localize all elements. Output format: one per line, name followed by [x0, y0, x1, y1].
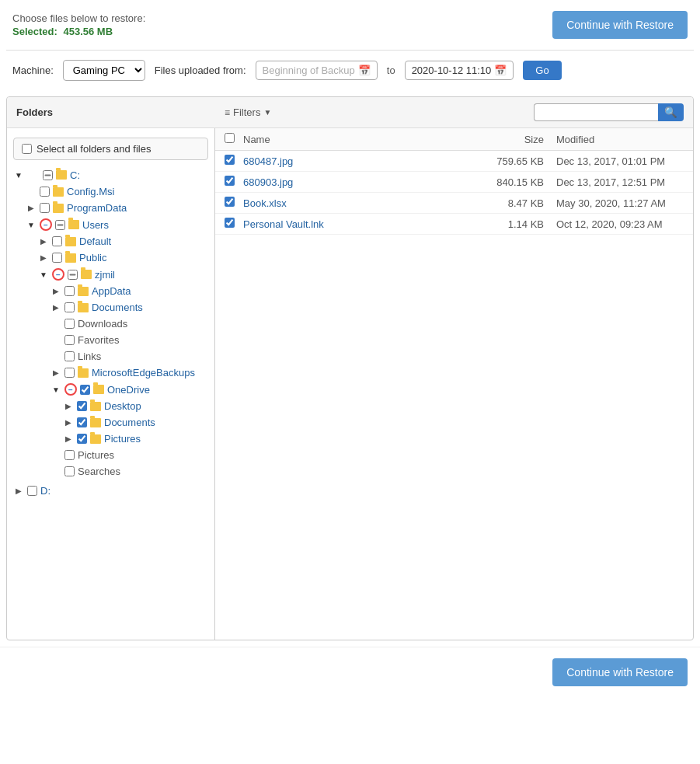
- expand-d[interactable]: ▶: [13, 486, 24, 497]
- file-check-2[interactable]: [225, 197, 235, 207]
- checkbox-default[interactable]: [52, 236, 62, 246]
- expand-onedrive[interactable]: ▼: [50, 384, 61, 395]
- select-all-checkbox[interactable]: [22, 144, 32, 154]
- label-appdata[interactable]: AppData: [92, 285, 131, 297]
- expand-documents[interactable]: ▶: [50, 302, 61, 313]
- checkbox-desktop[interactable]: [77, 401, 87, 411]
- tree-node-pictures-od[interactable]: ▶ Pictures: [60, 431, 211, 447]
- label-desktop[interactable]: Desktop: [104, 400, 141, 412]
- file-modified-1: Dec 13, 2017, 12:51 PM: [544, 176, 684, 188]
- checkbox-public[interactable]: [52, 253, 62, 263]
- tree-node-documents2[interactable]: ▶ Documents: [60, 414, 211, 431]
- expand-msedge[interactable]: ▶: [50, 368, 61, 379]
- label-msedge[interactable]: MicrosoftEdgeBackups: [92, 367, 195, 379]
- folder-icon-appdata: [78, 287, 89, 296]
- checkbox-appdata[interactable]: [64, 286, 75, 296]
- tree-node-appdata[interactable]: ▶ AppData: [47, 283, 211, 299]
- label-links[interactable]: Links: [78, 351, 101, 362]
- tree-node-public[interactable]: ▶ Public: [35, 249, 211, 266]
- date-to-input[interactable]: 2020-10-12 11:10 📅: [405, 61, 514, 80]
- files-panel: Name Size Modified 680487.jpg 759.65 KB …: [215, 128, 693, 640]
- folder-icon-default: [65, 237, 76, 246]
- tree-node-links[interactable]: Links: [47, 348, 211, 365]
- label-onedrive[interactable]: OneDrive: [107, 384, 150, 396]
- label-pictures2[interactable]: Pictures: [78, 449, 114, 461]
- select-all-row[interactable]: Select all folders and files: [13, 138, 208, 160]
- tree-node-config[interactable]: Config.Msi: [23, 183, 211, 200]
- checkbox-documents[interactable]: [64, 302, 75, 312]
- tree-node-users[interactable]: ▼ − Users: [23, 216, 211, 233]
- checkbox-config[interactable]: [40, 187, 50, 197]
- tree-node-msedge[interactable]: ▶ MicrosoftEdgeBackups: [47, 365, 211, 381]
- label-d[interactable]: D:: [40, 485, 50, 497]
- tree-node-zjmil[interactable]: ▼ − zjmil: [35, 266, 211, 283]
- label-documents[interactable]: Documents: [92, 302, 143, 313]
- checkbox-documents2[interactable]: [77, 417, 87, 427]
- tree-node-default[interactable]: ▶ Default: [35, 233, 211, 249]
- checkbox-downloads[interactable]: [64, 319, 75, 329]
- tree-node-pictures2[interactable]: Pictures: [47, 447, 211, 463]
- label-default[interactable]: Default: [79, 235, 111, 247]
- expand-public[interactable]: ▶: [38, 253, 49, 263]
- checkbox-searches[interactable]: [64, 466, 75, 476]
- machine-select[interactable]: Gaming PC: [63, 60, 145, 81]
- file-check-1[interactable]: [225, 176, 235, 186]
- tree-node-desktop[interactable]: ▶ Desktop: [60, 398, 211, 414]
- top-bar-selected: Selected: 453.56 MB: [12, 26, 145, 37]
- expand-desktop[interactable]: ▶: [63, 401, 74, 412]
- label-zjmil[interactable]: zjmil: [95, 269, 115, 281]
- checkbox-d[interactable]: [27, 486, 37, 496]
- filter-icon: ≡: [225, 107, 230, 118]
- label-programdata[interactable]: ProgramData: [67, 202, 127, 214]
- checkbox-users[interactable]: [55, 220, 65, 230]
- search-button[interactable]: 🔍: [658, 103, 684, 121]
- checkbox-c[interactable]: [43, 170, 53, 180]
- restore-button-bottom[interactable]: Continue with Restore: [552, 658, 688, 686]
- selected-size: 453.56 MB: [63, 26, 113, 37]
- tree-node-d[interactable]: ▶ D:: [10, 483, 211, 499]
- checkbox-zjmil[interactable]: [68, 270, 78, 280]
- checkbox-favorites[interactable]: [64, 335, 75, 345]
- tree-node-favorites[interactable]: Favorites: [47, 332, 211, 348]
- checkbox-onedrive[interactable]: [80, 385, 90, 395]
- checkbox-pictures2[interactable]: [64, 450, 75, 460]
- label-pictures-od[interactable]: Pictures: [104, 433, 141, 445]
- label-c[interactable]: C:: [70, 169, 80, 181]
- date-from-input[interactable]: Beginning of Backup 📅: [256, 61, 378, 80]
- tree-node-programdata[interactable]: ▶ ProgramData: [23, 200, 211, 216]
- tree-node-onedrive[interactable]: ▼ − OneDrive: [47, 381, 211, 398]
- label-favorites[interactable]: Favorites: [78, 334, 119, 346]
- label-users[interactable]: Users: [82, 219, 109, 231]
- expand-c[interactable]: ▼: [13, 169, 24, 180]
- label-searches[interactable]: Searches: [78, 466, 120, 477]
- tree-node-searches[interactable]: Searches: [47, 463, 211, 480]
- file-check-3[interactable]: [225, 218, 235, 228]
- file-check-0[interactable]: [225, 155, 235, 165]
- files-uploaded-label: Files uploaded from:: [155, 65, 246, 76]
- tree-node-documents[interactable]: ▶ Documents: [47, 299, 211, 316]
- files-header-checkbox[interactable]: [225, 133, 235, 143]
- folder-icon-pictures-od: [90, 434, 101, 444]
- checkbox-msedge[interactable]: [64, 368, 75, 378]
- label-documents2[interactable]: Documents: [104, 417, 155, 428]
- expand-users[interactable]: ▼: [26, 219, 37, 230]
- expand-default[interactable]: ▶: [38, 236, 49, 247]
- expand-zjmil[interactable]: ▼: [38, 269, 49, 280]
- checkbox-links[interactable]: [64, 351, 75, 361]
- go-button[interactable]: Go: [523, 61, 561, 80]
- file-row: 680903.jpg 840.15 KB Dec 13, 2017, 12:51…: [215, 172, 693, 193]
- restore-button-top[interactable]: Continue with Restore: [552, 11, 688, 39]
- files-list: 680487.jpg 759.65 KB Dec 13, 2017, 01:01…: [215, 151, 693, 235]
- search-input[interactable]: [534, 103, 658, 121]
- tree-node-downloads[interactable]: Downloads: [47, 316, 211, 332]
- tree-node-c[interactable]: ▼ C:: [10, 166, 211, 183]
- label-downloads[interactable]: Downloads: [78, 318, 127, 330]
- expand-pictures-od[interactable]: ▶: [63, 434, 74, 445]
- expand-programdata[interactable]: ▶: [26, 203, 37, 214]
- label-config[interactable]: Config.Msi: [67, 186, 114, 197]
- checkbox-programdata[interactable]: [40, 203, 50, 213]
- expand-appdata[interactable]: ▶: [50, 286, 61, 297]
- checkbox-pictures-od[interactable]: [77, 434, 87, 444]
- label-public[interactable]: Public: [79, 252, 106, 263]
- expand-documents2[interactable]: ▶: [63, 417, 74, 428]
